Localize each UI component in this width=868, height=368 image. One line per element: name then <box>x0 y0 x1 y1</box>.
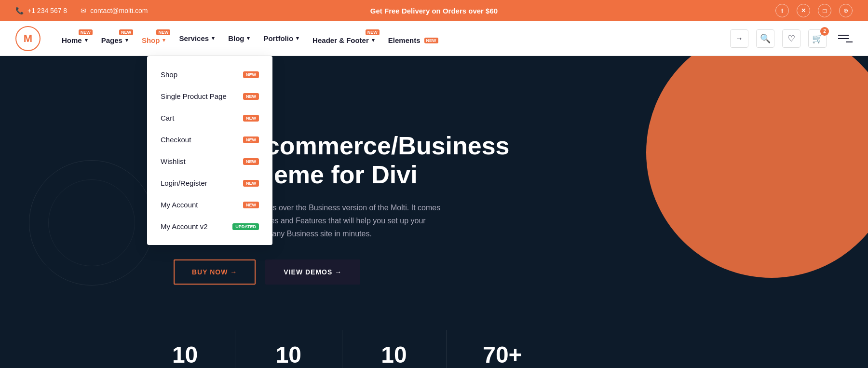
social-links: f ✕ ◻ ⊕ <box>775 4 853 17</box>
logo[interactable]: M <box>15 26 41 51</box>
top-bar: 📞 +1 234 567 8 ✉ contact@molti.com Get F… <box>0 0 868 21</box>
heart-icon: ♡ <box>787 33 795 44</box>
twitter-x-icon[interactable]: ✕ <box>797 4 810 17</box>
top-bar-left: 📞 +1 234 567 8 ✉ contact@molti.com <box>15 7 148 14</box>
nav-label-header-footer: Header & Footer <box>312 36 369 44</box>
dropdown-badge-cart: NEW <box>243 115 259 122</box>
main-nav: M Home ▾ NEW Pages ▾ NEW Shop ▾ NEW Serv… <box>0 21 868 56</box>
dropdown-item-login-register[interactable]: Login/Register NEW <box>147 172 272 194</box>
dropdown-badge-wishlist: NEW <box>243 158 259 165</box>
nav-item-header-footer[interactable]: Header & Footer ▾ NEW <box>307 28 380 48</box>
dropdown-label-wishlist: Wishlist <box>161 157 186 165</box>
stat-elements-designs-number: 70+ <box>475 341 530 368</box>
nav-item-home[interactable]: Home ▾ NEW <box>56 28 94 48</box>
dropdown-item-single-product[interactable]: Single Product Page NEW <box>147 85 272 107</box>
dropdown-label-single-product: Single Product Page <box>161 92 227 100</box>
nav-badge-header-footer: NEW <box>366 29 380 35</box>
nav-badge-pages: NEW <box>119 29 133 35</box>
chevron-down-icon: ▾ <box>247 35 250 41</box>
dropdown-label-login-register: Login/Register <box>161 179 207 187</box>
dropdown-item-my-account[interactable]: My Account NEW <box>147 194 272 216</box>
nav-label-services: Services <box>179 34 209 42</box>
dribbble-icon[interactable]: ⊕ <box>839 4 853 17</box>
dropdown-label-my-account-v2: My Account v2 <box>161 222 208 231</box>
cart-button[interactable]: 🛒 2 <box>808 29 827 48</box>
instagram-icon[interactable]: ◻ <box>818 4 831 17</box>
phone-icon: 📞 <box>15 7 24 14</box>
chevron-down-icon: ▾ <box>163 37 165 43</box>
email-icon: ✉ <box>81 7 86 14</box>
phone-contact[interactable]: 📞 +1 234 567 8 <box>15 7 67 14</box>
login-button[interactable]: → <box>730 29 748 48</box>
chevron-down-icon: ▾ <box>372 37 375 43</box>
dropdown-badge-checkout: NEW <box>243 136 259 143</box>
chevron-down-icon: ▾ <box>85 37 88 43</box>
dropdown-item-my-account-v2[interactable]: My Account v2 UPDATED <box>147 216 272 237</box>
dropdown-badge-shop: NEW <box>243 71 259 78</box>
email-contact[interactable]: ✉ contact@molti.com <box>81 7 148 14</box>
search-button[interactable]: 🔍 <box>756 29 774 48</box>
nav-label-elements: Elements <box>388 36 420 44</box>
dropdown-badge-my-account-v2: UPDATED <box>232 223 259 230</box>
dropdown-item-checkout[interactable]: Checkout NEW <box>147 129 272 150</box>
cart-icon: 🛒 <box>812 33 823 44</box>
dropdown-label-shop: Shop <box>161 70 177 79</box>
cart-count: 2 <box>820 27 829 36</box>
hamburger-line-3 <box>846 41 853 42</box>
nav-right: → 🔍 ♡ 🛒 2 <box>730 29 853 48</box>
dropdown-label-cart: Cart <box>161 114 174 122</box>
nav-item-services[interactable]: Services ▾ <box>173 30 220 46</box>
shop-dropdown: Shop NEW Single Product Page NEW Cart NE… <box>147 56 272 245</box>
stat-footer-designs-number: 10 <box>371 341 417 368</box>
search-icon: 🔍 <box>760 33 771 44</box>
nav-badge-shop: NEW <box>156 29 170 35</box>
dropdown-badge-single-product: NEW <box>243 93 259 100</box>
chevron-down-icon: ▾ <box>125 37 128 43</box>
nav-item-portfolio[interactable]: Portfolio ▾ <box>258 30 305 46</box>
nav-items: Home ▾ NEW Pages ▾ NEW Shop ▾ NEW Servic… <box>56 28 730 48</box>
hero-circle-decoration <box>646 56 868 278</box>
nav-label-pages: Pages <box>101 36 122 44</box>
chevron-down-icon: ▾ <box>296 35 299 41</box>
stat-page-designs-number: 10 <box>164 341 206 368</box>
promo-text: Get Free Delivery on Orders over $60 <box>370 7 498 15</box>
chevron-down-icon: ▾ <box>212 35 215 41</box>
nav-label-home: Home <box>62 36 82 44</box>
hero-section: rpose Ecommerce/Business Child Theme for… <box>0 56 868 368</box>
hamburger-line-2 <box>838 38 849 39</box>
dropdown-item-shop[interactable]: Shop NEW <box>147 64 272 85</box>
nav-item-blog[interactable]: Blog ▾ <box>222 30 256 46</box>
dropdown-label-checkout: Checkout <box>161 136 191 144</box>
stat-header-designs-number: 10 <box>264 341 312 368</box>
dropdown-label-my-account: My Account <box>161 201 198 209</box>
nav-label-blog: Blog <box>228 34 244 42</box>
hero-buttons: BUY NOW → VIEW DEMOS → <box>174 259 510 285</box>
dropdown-badge-my-account: NEW <box>243 202 259 208</box>
nav-item-elements[interactable]: Elements NEW <box>382 28 444 48</box>
buy-now-button[interactable]: BUY NOW → <box>174 259 256 285</box>
hamburger-menu[interactable] <box>834 29 853 48</box>
dropdown-badge-login-register: NEW <box>243 180 259 187</box>
facebook-icon[interactable]: f <box>775 4 789 17</box>
dropdown-item-cart[interactable]: Cart NEW <box>147 107 272 129</box>
nav-badge-elements: NEW <box>424 38 438 43</box>
nav-label-portfolio: Portfolio <box>263 34 293 42</box>
nav-item-pages[interactable]: Pages ▾ NEW <box>95 28 134 48</box>
hamburger-line-1 <box>838 35 849 36</box>
view-demos-button[interactable]: VIEW DEMOS → <box>265 259 360 285</box>
hero-ring-decoration-2 <box>48 179 135 266</box>
nav-item-shop[interactable]: Shop ▾ NEW <box>136 28 172 48</box>
nav-badge-home: NEW <box>79 29 93 35</box>
nav-label-shop: Shop <box>142 36 160 44</box>
dropdown-item-wishlist[interactable]: Wishlist NEW <box>147 150 272 172</box>
wishlist-button[interactable]: ♡ <box>782 29 800 48</box>
